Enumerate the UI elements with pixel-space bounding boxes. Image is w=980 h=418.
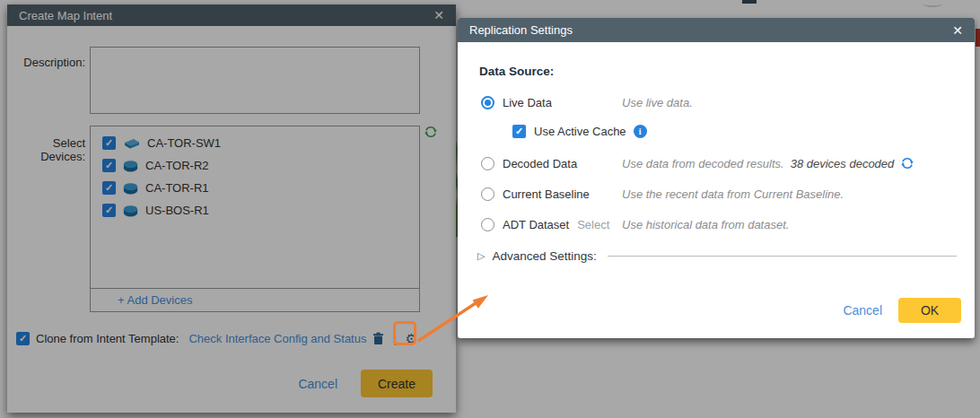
- advanced-settings-row[interactable]: ▷ Advanced Settings:: [477, 246, 957, 266]
- radio-unselected[interactable]: [481, 187, 494, 201]
- adt-select-link[interactable]: Select: [577, 218, 609, 231]
- option-label: Live Data: [503, 96, 552, 109]
- active-cache-label: Use Active Cache: [534, 125, 626, 138]
- advanced-settings-label: Advanced Settings:: [492, 249, 596, 263]
- radio-unselected[interactable]: [481, 218, 494, 231]
- radio-unselected[interactable]: [481, 157, 494, 170]
- radio-selected[interactable]: [481, 96, 494, 109]
- option-use-active-cache[interactable]: ✓ Use Active Cache i: [512, 121, 957, 141]
- option-description: Use historical data from dataset.: [622, 218, 789, 231]
- replication-dialog-header: Replication Settings ✕: [458, 18, 975, 42]
- data-source-label: Data Source:: [479, 65, 554, 78]
- screen: 4 Create Map Intent ✕ Description: Selec…: [0, 0, 980, 418]
- option-description: Use data from decoded results.: [622, 157, 784, 170]
- option-decoded-data[interactable]: Decoded Data Use data from decoded resul…: [481, 153, 957, 173]
- option-adt-dataset[interactable]: ADT Dataset Select Use historical data f…: [481, 214, 957, 234]
- info-icon[interactable]: i: [634, 125, 647, 138]
- decoded-count: 38 devices decoded: [791, 157, 895, 170]
- option-description: Use live data.: [622, 96, 693, 109]
- replication-settings-dialog: Replication Settings ✕ Data Source: Live…: [458, 18, 975, 338]
- expander-triangle-icon[interactable]: ▷: [477, 250, 485, 262]
- divider-line: [608, 256, 957, 257]
- cancel-button[interactable]: Cancel: [843, 303, 882, 318]
- option-label: Current Baseline: [503, 187, 590, 201]
- replication-dialog-footer: Cancel OK: [843, 298, 961, 323]
- option-live-data[interactable]: Live Data Use live data.: [481, 92, 957, 112]
- refresh-decoded-icon[interactable]: [900, 156, 914, 170]
- ok-button[interactable]: OK: [898, 298, 961, 323]
- checkbox-checked[interactable]: ✓: [512, 125, 526, 138]
- option-label: ADT Dataset: [503, 218, 569, 231]
- replication-dialog-title: Replication Settings: [469, 23, 573, 37]
- option-description: Use the recent data from Current Baselin…: [622, 187, 844, 201]
- option-label: Decoded Data: [503, 157, 577, 170]
- annotation-arrow: [411, 289, 501, 352]
- close-icon[interactable]: ✕: [952, 24, 963, 37]
- option-current-baseline[interactable]: Current Baseline Use the recent data fro…: [481, 184, 957, 204]
